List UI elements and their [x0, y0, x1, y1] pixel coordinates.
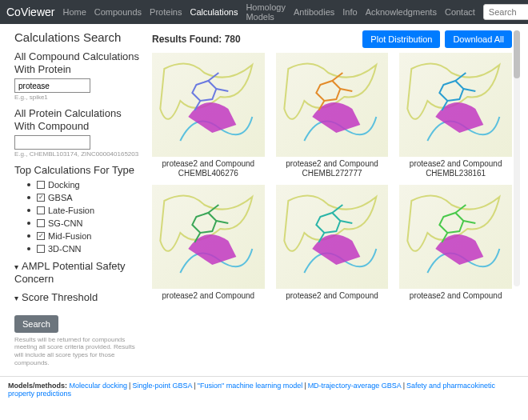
protein-input[interactable] — [14, 78, 90, 93]
result-caption: protease2 and Compound — [152, 291, 265, 301]
result-card[interactable]: protease2 and Compound — [276, 185, 389, 301]
result-card[interactable]: protease2 and Compound — [152, 185, 265, 301]
ampl-label: AMPL Potential Safety Concern — [14, 260, 126, 285]
footer-link[interactable]: "Fusion" machine learning model — [198, 382, 302, 390]
checkbox[interactable] — [37, 219, 45, 227]
nav-homology[interactable]: Homology Models — [246, 2, 286, 22]
result-thumbnail[interactable] — [152, 185, 265, 289]
brand[interactable]: CoViewer — [6, 6, 54, 18]
footer-link[interactable]: Single-point GBSA — [132, 382, 192, 390]
top-nav: CoViewer Home Compounds Proteins Calcula… — [0, 0, 528, 24]
caret-down-icon: ▾ — [14, 294, 18, 302]
nav-home[interactable]: Home — [62, 7, 86, 17]
plot-distribution-button[interactable]: Plot Distribution — [362, 30, 440, 48]
bullet-icon — [27, 183, 30, 186]
result-card[interactable]: protease2 and CompoundCHEMBL238161 — [399, 53, 512, 178]
type-item[interactable]: Docking — [27, 180, 142, 190]
ampl-section[interactable]: ▾AMPL Potential Safety Concern — [14, 260, 142, 285]
result-thumbnail[interactable] — [399, 185, 512, 289]
type-label: SG-CNN — [48, 218, 82, 228]
protein-hint: E.g., spike1 — [14, 94, 142, 101]
download-all-button[interactable]: Download All — [445, 30, 512, 48]
type-label: Docking — [48, 180, 80, 190]
bullet-icon — [27, 209, 30, 212]
results-panel: Results Found: 780 Plot Distribution Dow… — [152, 30, 520, 366]
nav-compounds[interactable]: Compounds — [94, 7, 142, 17]
sidebar-search-button[interactable]: Search — [14, 315, 58, 333]
result-card[interactable]: protease2 and CompoundCHEMBL406276 — [152, 53, 265, 178]
footer: Models/methods: Molecular docking|Single… — [0, 376, 528, 402]
footer-link[interactable]: Molecular docking — [70, 382, 128, 390]
type-item[interactable]: SG-CNN — [27, 218, 142, 228]
bullet-icon — [27, 222, 30, 225]
bullet-icon — [27, 196, 30, 199]
result-caption: protease2 and Compound — [276, 291, 389, 301]
sidebar-title: Calculations Search — [14, 30, 142, 44]
result-thumbnail[interactable] — [399, 53, 512, 157]
scrollbar[interactable] — [514, 30, 520, 286]
compound-hint: E.g., CHEMBL103174, ZINC000040165203 — [14, 150, 142, 158]
sidebar-note: Results will be returned for compounds m… — [14, 336, 142, 366]
type-item[interactable]: GBSA — [27, 193, 142, 202]
type-label: GBSA — [48, 193, 73, 202]
type-label: Late-Fusion — [48, 206, 94, 215]
bullet-icon — [27, 247, 30, 250]
type-item[interactable]: Late-Fusion — [27, 206, 142, 215]
footer-label: Models/methods: — [8, 382, 67, 390]
checkbox[interactable] — [37, 181, 45, 189]
svg-line-7 — [464, 89, 476, 91]
svg-line-4 — [340, 89, 352, 91]
result-caption: protease2 and CompoundCHEMBL406276 — [152, 159, 265, 178]
protein-label: All Compound Calculations With Protein — [14, 50, 142, 75]
result-caption: protease2 and CompoundCHEMBL272777 — [276, 159, 389, 178]
result-card[interactable]: protease2 and Compound — [399, 185, 512, 301]
nav-proteins[interactable]: Proteins — [150, 7, 182, 17]
nav-ack[interactable]: Acknowledgments — [366, 7, 437, 17]
top-calc-label: Top Calculations For Type — [14, 164, 142, 177]
results-count: Results Found: 780 — [152, 34, 241, 45]
nav-info[interactable]: Info — [342, 7, 357, 17]
result-thumbnail[interactable] — [276, 53, 389, 157]
sidebar: Calculations Search All Compound Calcula… — [14, 30, 142, 366]
footer-link[interactable]: MD-trajectory-average GBSA — [308, 382, 402, 390]
nav-search-input[interactable] — [483, 4, 528, 20]
checkbox[interactable] — [37, 194, 45, 202]
type-label: 3D-CNN — [48, 244, 82, 254]
result-thumbnail[interactable] — [276, 185, 389, 289]
type-label: Mid-Fusion — [48, 231, 91, 241]
svg-line-10 — [216, 221, 228, 223]
bullet-icon — [27, 234, 30, 238]
type-item[interactable]: 3D-CNN — [27, 244, 142, 254]
result-caption: protease2 and Compound — [399, 291, 512, 301]
score-section[interactable]: ▾Score Threshold — [14, 291, 142, 304]
checkbox[interactable] — [37, 232, 45, 240]
score-label: Score Threshold — [22, 291, 98, 303]
checkbox[interactable] — [37, 245, 45, 253]
type-item[interactable]: Mid-Fusion — [27, 231, 142, 241]
svg-line-16 — [464, 221, 476, 223]
result-thumbnail[interactable] — [152, 53, 265, 157]
compound-input[interactable] — [14, 135, 90, 150]
nav-antibodies[interactable]: Antibodies — [294, 7, 334, 17]
nav-calculations[interactable]: Calculations — [190, 7, 238, 17]
scrollbar-thumb[interactable] — [514, 30, 520, 78]
caret-down-icon: ▾ — [14, 262, 18, 271]
result-caption: protease2 and CompoundCHEMBL238161 — [399, 159, 512, 178]
svg-line-1 — [216, 89, 228, 91]
compound-label: All Protein Calculations With Compound — [14, 107, 142, 132]
result-card[interactable]: protease2 and CompoundCHEMBL272777 — [276, 53, 389, 178]
nav-search: Search — [483, 4, 528, 20]
nav-contact[interactable]: Contact — [445, 7, 475, 17]
checkbox[interactable] — [37, 206, 45, 214]
svg-line-13 — [340, 221, 352, 223]
